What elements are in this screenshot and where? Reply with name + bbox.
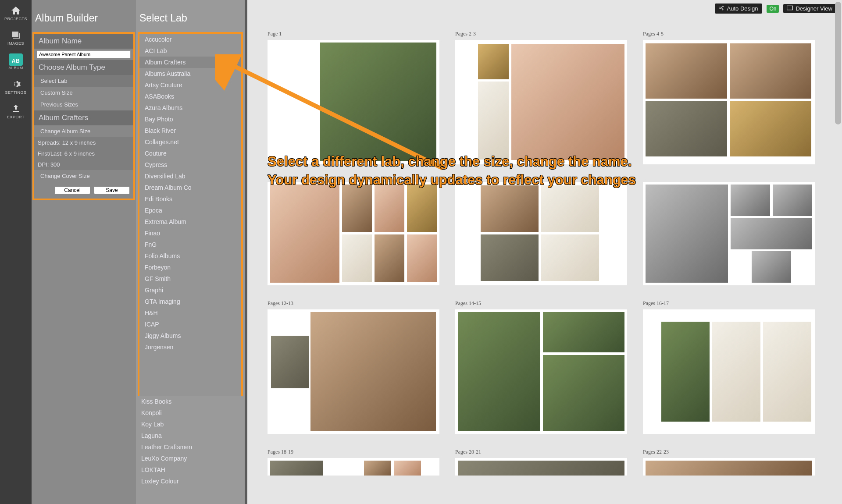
lab-option[interactable]: Collages.net [139,136,241,148]
type-option-previous-sizes[interactable]: Previous Sizes [34,99,133,110]
nav-settings[interactable]: SETTINGS [0,74,32,98]
nav-album[interactable]: AB ALBUM [0,49,32,74]
save-button[interactable]: Save [94,186,130,194]
lab-list-highlighted: AccucolorACI LabAlbum CraftersAlbums Aus… [138,32,243,396]
spread[interactable]: Pages 2-3 [455,31,627,164]
select-lab-panel: Select Lab AccucolorACI LabAlbum Crafter… [136,0,247,504]
lab-option[interactable]: Albums Australia [139,68,241,79]
lab-option[interactable]: GTA Imaging [139,296,241,307]
spread[interactable]: Pages 20-21 [455,449,627,476]
spread[interactable] [643,179,815,285]
photo-placeholder [481,185,539,232]
lab-option[interactable]: Graphi [139,284,241,296]
spread-label: Pages 4-5 [643,31,815,37]
spread[interactable]: Pages 12-13 [268,300,439,434]
type-option-custom-size[interactable]: Custom Size [34,87,133,99]
page-paper [455,182,627,285]
nav-label: PROJECTS [4,17,27,21]
album-name-input[interactable] [37,50,131,58]
spread[interactable]: Pages 16-17 [643,300,815,434]
change-album-size[interactable]: Change Album Size [34,125,133,137]
lab-option[interactable]: Black River [139,125,241,136]
lab-option[interactable]: Artsy Couture [139,79,241,91]
change-cover-size[interactable]: Change Cover Size [34,170,133,182]
spread-label: Page 1 [268,31,439,37]
lab-option[interactable]: Kiss Books [136,396,245,407]
lab-option[interactable]: Diversified Lab [139,170,241,182]
spread[interactable] [455,179,627,285]
photo-placeholder [458,461,624,476]
photo-placeholder [342,234,372,282]
scrollbar[interactable] [835,2,841,124]
lab-option[interactable]: ACI Lab [139,45,241,57]
photo-placeholder [731,185,770,216]
lab-option[interactable]: H&H [139,307,241,319]
spread[interactable]: Pages 22-23 [643,449,815,476]
lab-option[interactable]: Album Crafters [139,57,241,68]
lab-option[interactable]: Jorgensen [139,341,241,353]
cancel-button[interactable]: Cancel [54,186,90,194]
spread[interactable]: Pages 14-15 [455,300,627,434]
lab-list-overflow[interactable]: Kiss BooksKonpoliKoy LabLagunaLeather Cr… [136,396,245,487]
lab-option[interactable]: ICAP [139,319,241,330]
nav-label: EXPORT [7,115,25,119]
lab-option[interactable]: Koy Lab [136,419,245,430]
lab-option[interactable]: GF Smith [139,273,241,284]
lab-option[interactable]: Bay Photo [139,114,241,125]
lab-option[interactable]: Accucolor [139,34,241,45]
lab-option[interactable]: Laguna [136,430,245,441]
spread-label: Pages 22-23 [643,449,815,455]
spread[interactable]: Pages 18-19 [268,449,439,476]
page-paper [455,40,627,164]
spread[interactable]: Page 1 [268,31,439,164]
lab-option[interactable]: Cypress [139,159,241,170]
lab-option[interactable]: Folio Albums [139,250,241,262]
photo-placeholder [773,185,812,216]
info-firstlast: First/Last: 6 x 9 inches [34,148,133,159]
lab-option[interactable]: Epoca [139,205,241,216]
lab-option[interactable]: Couture [139,148,241,159]
photo-placeholder [270,185,339,283]
lab-option[interactable]: Extrema Album [139,216,241,227]
lab-option[interactable]: ASABooks [139,91,241,102]
nav-rail: PROJECTS IMAGES AB ALBUM SETTINGS EXPORT [0,0,32,504]
lab-option[interactable]: Loxley Colour [136,476,245,487]
photo-placeholder [541,185,599,232]
nav-images[interactable]: IMAGES [0,25,32,49]
album-builder-panel: Album Builder Album Name Choose Album Ty… [32,0,136,504]
lab-option[interactable]: FnG [139,239,241,250]
export-icon [9,103,23,115]
photo-placeholder [342,185,372,232]
lab-option[interactable]: Finao [139,227,241,239]
spread[interactable] [268,179,439,285]
album-canvas[interactable]: Page 1 Pages 2-3 Pages 4-5 [250,0,842,504]
photo-placeholder [271,336,309,388]
photo-placeholder [543,355,624,431]
type-option-select-lab[interactable]: Select Lab [34,75,133,87]
lab-option[interactable]: Azura Albums [139,102,241,114]
lab-option[interactable]: LOKTAH [136,464,245,476]
lab-option[interactable]: LeuXo Company [136,453,245,464]
photo-placeholder [375,185,404,232]
spread-label: Pages 16-17 [643,300,815,307]
lab-option[interactable]: Konpoli [136,407,245,419]
album-form: Album Name Choose Album Type Select Lab … [32,32,135,200]
photo-placeholder [541,234,599,281]
nav-projects[interactable]: PROJECTS [0,0,32,25]
spread[interactable]: Pages 4-5 [643,31,815,164]
page-paper [455,458,627,476]
photo-placeholder [407,185,437,232]
lab-option[interactable]: Forbeyon [139,262,241,273]
home-icon [9,4,23,17]
lab-list[interactable]: AccucolorACI LabAlbum CraftersAlbums Aus… [139,34,241,353]
lab-option[interactable]: Leather Craftsmen [136,441,245,453]
page-paper [268,458,439,476]
album-icon: AB [9,53,23,66]
photo-placeholder [375,234,404,282]
lab-option[interactable]: Dream Album Co [139,182,241,193]
nav-export[interactable]: EXPORT [0,98,32,123]
lab-option[interactable]: Jiggy Albums [139,330,241,341]
photo-placeholder [661,322,710,422]
photo-placeholder [511,44,624,160]
lab-option[interactable]: Edi Books [139,193,241,205]
